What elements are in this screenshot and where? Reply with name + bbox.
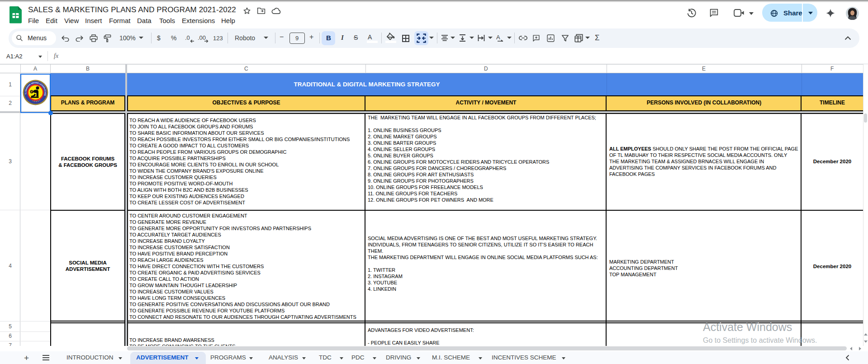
svg-text:A: A (496, 34, 500, 41)
